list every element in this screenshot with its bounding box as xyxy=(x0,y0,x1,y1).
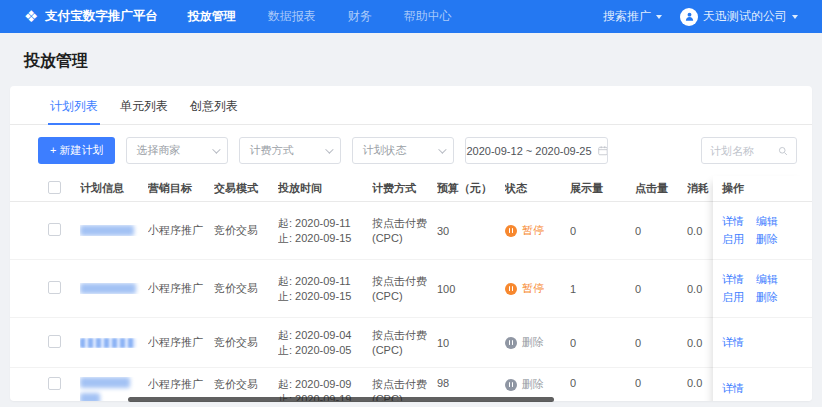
redacted-plan-name xyxy=(80,338,136,348)
actions-fixed-column: 操作 详情编辑启用删除 详情编辑启用删除 详情 详情 xyxy=(713,176,812,401)
new-plan-button[interactable]: + 新建计划 xyxy=(38,137,115,164)
action-link-详情[interactable]: 详情 xyxy=(722,214,744,229)
status-cell: 暂停 xyxy=(505,223,570,238)
page-title: 投放管理 xyxy=(24,51,822,72)
action-link-编辑[interactable]: 编辑 xyxy=(756,272,778,287)
billing-cell: 按点击付费(CPC) xyxy=(372,216,437,246)
col-header-2: 交易模式 xyxy=(214,181,278,196)
plan-info-cell[interactable] xyxy=(80,225,148,236)
nav-item-0[interactable]: 投放管理 xyxy=(188,8,236,25)
account-menu[interactable]: 天迅测试的公司 xyxy=(680,8,798,26)
col-header-3: 投放时间 xyxy=(278,181,372,196)
actions-cell: 详情编辑启用删除 xyxy=(713,260,812,318)
nav-item-3[interactable]: 帮助中心 xyxy=(404,8,452,25)
horizontal-scrollbar[interactable] xyxy=(128,397,554,402)
billing-cell: 按点击付费(CPC) xyxy=(372,274,437,304)
trade-mode-cell: 竞价交易 xyxy=(214,335,278,350)
tab-1[interactable]: 单元列表 xyxy=(118,96,170,124)
search-input[interactable] xyxy=(710,145,774,157)
nav-item-2[interactable]: 财务 xyxy=(348,8,372,25)
actions-cell: 详情 xyxy=(713,318,812,368)
stop-circle-icon xyxy=(505,379,517,391)
clicks-cell: 0 xyxy=(635,283,687,295)
action-link-详情[interactable]: 详情 xyxy=(722,381,744,396)
row-checkbox[interactable] xyxy=(48,335,61,348)
filter-select-0[interactable]: 选择商家 xyxy=(126,137,228,164)
calendar-icon xyxy=(598,145,608,156)
plan-info-cell[interactable] xyxy=(80,338,148,348)
search-icon[interactable] xyxy=(778,145,788,157)
filter-group: 选择商家 计费方式 计划状态 xyxy=(115,137,454,164)
row-checkbox[interactable] xyxy=(48,223,61,236)
select-all-checkbox[interactable] xyxy=(48,181,61,194)
actions-cell: 详情 xyxy=(713,368,812,401)
tab-0[interactable]: 计划列表 xyxy=(48,96,100,125)
plan-name-search xyxy=(701,137,797,164)
brand-name: 支付宝数字推广平台 xyxy=(45,8,158,25)
action-link-详情[interactable]: 详情 xyxy=(722,272,744,287)
actions-cell: 详情编辑启用删除 xyxy=(713,202,812,260)
impressions-cell: 0 xyxy=(570,337,635,349)
col-header-4: 计费方式 xyxy=(372,181,437,196)
account-name: 天迅测试的公司 xyxy=(703,8,787,25)
date-range-picker[interactable]: 2020-09-12 ~ 2020-09-25 xyxy=(465,137,608,164)
status-text: 删除 xyxy=(522,335,544,350)
plans-table: 计划信息营销目标交易模式投放时间计费方式预算（元）状态展示量点击量消耗 小程序推… xyxy=(10,176,812,401)
col-header-8: 点击量 xyxy=(635,181,687,196)
impressions-cell: 0 xyxy=(570,377,635,389)
trade-mode-cell: 竞价交易 xyxy=(214,281,278,296)
action-link-详情[interactable]: 详情 xyxy=(722,335,744,350)
date-range-value: 2020-09-12 ~ 2020-09-25 xyxy=(466,145,591,157)
marketing-goal-cell: 小程序推广 xyxy=(148,281,214,296)
toolbar: + 新建计划 选择商家 计费方式 计划状态 2020-09-12 ~ 2020-… xyxy=(38,137,797,164)
budget-cell: 30 xyxy=(437,225,505,237)
billing-cell: 按点击付费(CPC) xyxy=(372,328,437,358)
stop-circle-icon xyxy=(505,337,517,349)
row-checkbox[interactable] xyxy=(48,281,61,294)
col-header-7: 展示量 xyxy=(570,181,635,196)
col-header-0: 计划信息 xyxy=(80,181,148,196)
schedule-cell: 起: 2020-09-11止: 2020-09-15 xyxy=(278,274,372,304)
col-header-6: 状态 xyxy=(505,181,570,196)
action-link-删除[interactable]: 删除 xyxy=(756,232,778,247)
action-link-删除[interactable]: 删除 xyxy=(756,290,778,305)
filter-select-1[interactable]: 计费方式 xyxy=(239,137,341,164)
status-cell: 删除 xyxy=(505,335,570,350)
table-header: 计划信息营销目标交易模式投放时间计费方式预算（元）状态展示量点击量消耗 xyxy=(10,176,812,202)
clicks-cell: 0 xyxy=(635,337,687,349)
action-link-启用[interactable]: 启用 xyxy=(722,290,744,305)
marketing-goal-cell: 小程序推广 xyxy=(148,377,214,392)
search-promotion-menu[interactable]: 搜索推广 xyxy=(603,8,662,25)
filter-placeholder: 计划状态 xyxy=(362,143,406,158)
col-header-actions: 操作 xyxy=(713,176,812,202)
redacted-plan-name xyxy=(80,225,134,236)
table-row: 小程序推广 竞价交易 起: 2020-09-11止: 2020-09-15 按点… xyxy=(10,260,812,318)
filter-placeholder: 选择商家 xyxy=(136,143,180,158)
tab-2[interactable]: 创意列表 xyxy=(188,96,240,124)
avatar xyxy=(680,8,698,26)
action-link-编辑[interactable]: 编辑 xyxy=(756,214,778,229)
top-navbar: ❖ 支付宝数字推广平台 投放管理数据报表财务帮助中心 搜索推广 天迅测试的公司 xyxy=(0,0,822,33)
chevron-down-icon xyxy=(656,15,662,19)
marketing-goal-cell: 小程序推广 xyxy=(148,223,214,238)
nav-item-1[interactable]: 数据报表 xyxy=(268,8,316,25)
plan-info-cell[interactable] xyxy=(80,283,148,294)
clicks-cell: 0 xyxy=(635,377,687,389)
chevron-down-icon xyxy=(213,145,221,153)
user-icon xyxy=(684,11,695,22)
clicks-cell: 0 xyxy=(635,225,687,237)
status-cell: 暂停 xyxy=(505,281,570,296)
table-body: 小程序推广 竞价交易 起: 2020-09-11止: 2020-09-15 按点… xyxy=(10,202,812,401)
brand-logo-icon: ❖ xyxy=(24,9,38,25)
filter-select-2[interactable]: 计划状态 xyxy=(352,137,454,164)
content-card: 计划列表单元列表创意列表 + 新建计划 选择商家 计费方式 计划状态 2020-… xyxy=(10,86,812,401)
row-checkbox[interactable] xyxy=(48,377,61,390)
action-link-启用[interactable]: 启用 xyxy=(722,232,744,247)
budget-cell: 98 xyxy=(437,377,505,389)
brand[interactable]: ❖ 支付宝数字推广平台 xyxy=(24,8,158,25)
budget-cell: 10 xyxy=(437,337,505,349)
status-cell: 删除 xyxy=(505,377,570,392)
status-text: 暂停 xyxy=(522,281,544,296)
chevron-down-icon xyxy=(439,145,447,153)
redacted-plan-name xyxy=(80,393,100,401)
